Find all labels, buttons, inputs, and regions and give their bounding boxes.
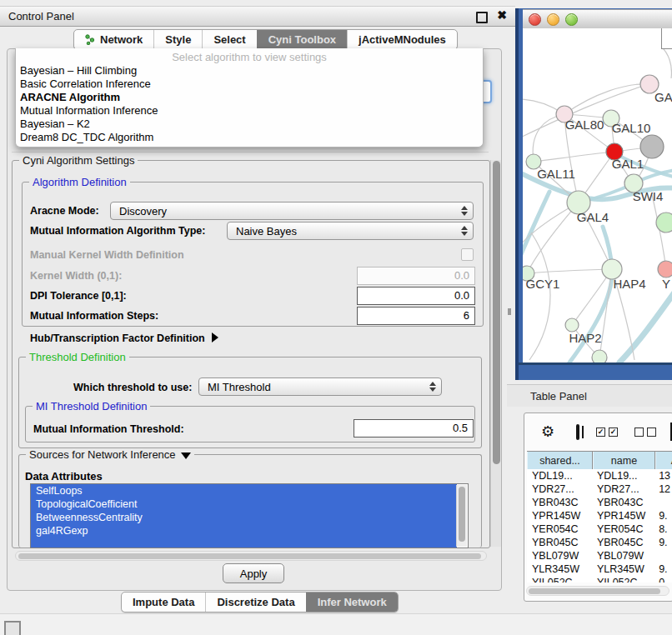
column-header-a[interactable]: A — [655, 452, 672, 469]
network-node[interactable] — [640, 135, 664, 158]
network-window-titlebar[interactable] — [523, 9, 672, 29]
zoom-traffic-light-icon[interactable] — [565, 13, 578, 26]
settings-vertical-scrollbar[interactable] — [490, 160, 501, 547]
aracne-mode-combobox[interactable]: Discovery — [110, 202, 474, 220]
hub-definition-expander[interactable]: Hub/Transcription Factor Definition — [30, 332, 218, 344]
node-label-hap4: HAP4 — [613, 277, 645, 291]
table-row[interactable]: YBR043CYBR043C — [527, 496, 672, 509]
kernel-width-label: Kernel Width (0,1): — [30, 270, 122, 282]
collapsed-panel-icon[interactable] — [4, 621, 21, 635]
attribute-item-gal4rgexp[interactable]: gal4RGexp — [31, 524, 457, 538]
tab-style[interactable]: Style — [153, 30, 202, 49]
group-title: Algorithm Definition — [29, 176, 130, 188]
table-row[interactable]: YDL19...YDL19...13 — [527, 469, 672, 482]
scrollbar-thumb[interactable] — [18, 553, 481, 559]
divider — [12, 152, 489, 152]
tab-infer-network[interactable]: Infer Network — [306, 592, 398, 612]
deselect-all-icon[interactable] — [634, 428, 656, 437]
tab-label: Infer Network — [318, 596, 387, 608]
close-icon[interactable]: ✖ — [497, 8, 507, 22]
spinner-arrows-icon — [429, 378, 436, 395]
table-row[interactable]: YIL052CYIL052C0 — [527, 576, 672, 582]
table-cell: YBL079W — [592, 549, 654, 562]
minimize-traffic-light-icon[interactable] — [547, 13, 559, 26]
gear-icon[interactable]: ⚙ — [541, 424, 554, 439]
algorithm-option-mutual-information-inference[interactable]: Mutual Information Inference — [16, 104, 483, 118]
node-label-gal11: GAL11 — [537, 167, 575, 181]
table-cell: YPR145W — [592, 509, 654, 522]
canvas-widget-fragment[interactable] — [661, 28, 672, 49]
network-node-y[interactable] — [658, 261, 672, 278]
attribute-item-partial[interactable] — [31, 538, 457, 548]
settings-horizontal-scrollbar[interactable] — [15, 551, 487, 561]
float-panel-icon[interactable] — [476, 12, 488, 23]
table-cell: YLR345W — [527, 562, 592, 576]
mi-type-combobox[interactable]: Naive Bayes — [227, 222, 474, 240]
table-row[interactable]: YER054CYER054C8. — [527, 522, 672, 536]
attribute-item-topologicalcoefficient[interactable]: TopologicalCoefficient — [31, 498, 457, 511]
table-cell: YLR345W — [592, 562, 654, 576]
table-cell: YIL052C — [592, 576, 654, 582]
mi-type-label: Mutual Information Algorithm Type: — [30, 225, 205, 237]
tab-impute-data[interactable]: Impute Data — [122, 592, 205, 612]
node-label-gal4: GAL4 — [577, 210, 609, 224]
table-row[interactable]: YBR045CYBR045C9. — [527, 536, 672, 549]
mi-steps-label: Mutual Information Steps: — [30, 310, 158, 322]
close-traffic-light-icon[interactable] — [529, 13, 541, 26]
sources-title: Sources for Network Inference — [29, 448, 176, 461]
table-row[interactable]: YBL079WYBL079W — [527, 549, 672, 562]
scrollbar-thumb[interactable] — [459, 487, 465, 542]
tab-select[interactable]: Select — [202, 30, 256, 49]
table-header: shared...nameA — [527, 451, 672, 470]
table-row[interactable]: YDR27...YDR27...12 — [527, 482, 672, 496]
select-all-icon[interactable]: ✓✓ — [596, 428, 618, 437]
table-row[interactable]: YPR145WYPR145W9. — [527, 509, 672, 522]
table-cell: YER054C — [592, 522, 654, 536]
network-node[interactable] — [592, 350, 607, 362]
group-title: MI Threshold Definition — [33, 400, 150, 412]
column-header-shared-[interactable]: shared... — [527, 452, 593, 469]
apply-button[interactable]: Apply — [223, 563, 284, 583]
list-scrollbar[interactable] — [456, 485, 467, 547]
split-columns-icon[interactable] — [576, 424, 579, 440]
network-node[interactable] — [656, 212, 672, 232]
attribute-item-betweennesscentrality[interactable]: BetweennessCentrality — [31, 511, 457, 524]
status-strip — [0, 614, 672, 635]
column-header-name[interactable]: name — [593, 452, 655, 469]
algorithm-list: Bayesian – Hill ClimbingBasic Correlatio… — [16, 64, 483, 144]
splitter-handle[interactable] — [508, 308, 511, 315]
table-row[interactable]: YLR345WYLR345W9. — [527, 562, 672, 576]
scrollbar-thumb[interactable] — [493, 161, 500, 464]
table-horizontal-scrollbar[interactable] — [526, 586, 669, 596]
sources-expander[interactable]: Sources for Network Inference — [26, 448, 194, 461]
data-attributes-list[interactable]: SelfLoopsTopologicalCoefficientBetweenne… — [30, 483, 469, 548]
tab-network[interactable]: Network — [74, 30, 153, 49]
scrollbar-thumb[interactable] — [529, 588, 660, 594]
dpi-tolerance-field[interactable]: 0.0 — [357, 287, 475, 305]
table-cell: YBR045C — [592, 536, 654, 549]
algorithm-option-bayesian-hill-climbing[interactable]: Bayesian – Hill Climbing — [16, 64, 483, 78]
attribute-item-selfloops[interactable]: SelfLoops — [31, 484, 457, 498]
tab-cyni-toolbox[interactable]: Cyni Toolbox — [257, 30, 347, 49]
spinner-arrows-icon — [461, 202, 468, 219]
tab-discretize-data[interactable]: Discretize Data — [205, 592, 305, 612]
which-threshold-combobox[interactable]: MI Threshold — [198, 378, 442, 396]
table-cell: 12 — [654, 482, 672, 496]
mi-steps-field[interactable]: 6 — [357, 307, 475, 325]
tab-jactivemnodules[interactable]: jActiveMNodules — [347, 30, 457, 49]
mi-threshold-field[interactable]: 0.5 — [354, 419, 474, 438]
network-view-window[interactable]: GALGAL80GAL10GAL1GAL11GAL4SWI4GCY1HAP4YH… — [515, 8, 672, 380]
algorithm-option-basic-correlation-inference[interactable]: Basic Correlation Inference — [16, 78, 483, 91]
node-label-hap2: HAP2 — [569, 331, 601, 345]
table-cell: 9. — [654, 536, 672, 549]
kernel-width-field[interactable]: 0.0 — [357, 267, 475, 285]
algorithm-option-aracne-algorithm[interactable]: ARACNE Algorithm — [16, 91, 483, 104]
algorithm-option-bayesian-k2[interactable]: Bayesian – K2 — [16, 118, 483, 131]
manual-kernel-checkbox[interactable] — [461, 248, 474, 261]
network-canvas[interactable]: GALGAL80GAL10GAL1GAL11GAL4SWI4GCY1HAP4YH… — [523, 28, 672, 362]
network-node-hap2[interactable] — [565, 318, 579, 332]
window-frame-edge — [519, 362, 672, 365]
algorithm-option-dream8-dc-tdc-algorithm[interactable]: Dream8 DC_TDC Algorithm — [16, 131, 483, 144]
group-title: Threshold Definition — [26, 351, 129, 363]
expanded-arrow-icon — [181, 452, 191, 459]
